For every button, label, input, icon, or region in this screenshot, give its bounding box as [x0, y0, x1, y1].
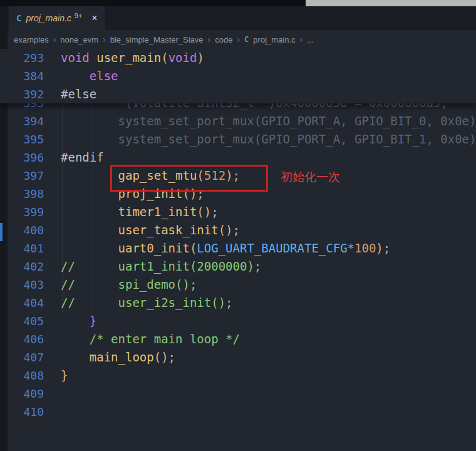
code-text: system_set_port_mux(GPIO_PORT_A, GPIO_BI…: [61, 112, 476, 130]
code-line[interactable]: 396#endif: [0, 148, 476, 167]
line-number[interactable]: 405: [0, 312, 44, 330]
code-text: #else: [61, 85, 96, 103]
code-line[interactable]: 400 user_task_init();: [0, 221, 476, 239]
code-line[interactable]: 402// uart1_init(2000000);: [0, 257, 476, 276]
breadcrumb-item[interactable]: proj_main.c: [253, 35, 295, 44]
tab-problems-badge: 9+: [75, 12, 83, 19]
code-text: timer1_init();: [61, 203, 219, 221]
indent-guide: [62, 103, 63, 312]
line-number[interactable]: 398: [0, 185, 44, 203]
code-text: }: [61, 366, 68, 385]
line-number[interactable]: 293: [0, 49, 44, 67]
code-text: // user_i2s_init();: [61, 294, 233, 312]
code-line[interactable]: 401 uart0_init(LOG_UART_BAUDRATE_CFG*100…: [0, 239, 476, 257]
line-number[interactable]: 384: [0, 67, 44, 85]
line-number[interactable]: 410: [0, 403, 44, 421]
breadcrumb-item[interactable]: ble_simple_Master_Slave: [110, 35, 204, 44]
line-number[interactable]: 409: [0, 385, 44, 403]
line-number[interactable]: 403: [0, 276, 44, 294]
code-text: uart0_init(LOG_UART_BAUDRATE_CFG*100);: [61, 239, 390, 257]
code-line[interactable]: 409: [0, 385, 476, 403]
breadcrumb-item[interactable]: code: [215, 35, 232, 44]
code-lines: 393 *(volatile uint32_t *)0x40000050 = 0…: [0, 94, 476, 421]
code-text: }: [61, 312, 96, 330]
breadcrumb-item[interactable]: examples: [14, 35, 49, 44]
chevron-right-icon: ›: [237, 34, 240, 44]
code-text: else: [61, 67, 118, 85]
code-line[interactable]: 408}: [0, 366, 476, 385]
chevron-right-icon: ›: [208, 34, 211, 44]
code-line[interactable]: 407 main_loop();: [0, 348, 476, 366]
line-number[interactable]: 399: [0, 203, 44, 221]
code-text: user_task_init();: [61, 221, 240, 239]
line-number[interactable]: 397: [0, 167, 44, 185]
code-line[interactable]: 293void user_main(void): [0, 49, 476, 67]
breadcrumbs: examples›none_evm›ble_simple_Master_Slav…: [0, 30, 476, 49]
breadcrumb-item[interactable]: none_evm: [60, 35, 98, 44]
c-file-icon: C: [244, 35, 249, 44]
code-line[interactable]: 403// spi_demo();: [0, 276, 476, 294]
c-file-icon: C: [16, 13, 21, 23]
line-number[interactable]: 395: [0, 130, 44, 148]
code-line[interactable]: 405 }: [0, 312, 476, 330]
line-number[interactable]: 392: [0, 85, 44, 103]
code-text: main_loop();: [61, 348, 175, 366]
code-line[interactable]: 394 system_set_port_mux(GPIO_PORT_A, GPI…: [0, 112, 476, 130]
code-line[interactable]: 406 /* enter main loop */: [0, 330, 476, 348]
tab-bar: C proj_main.c 9+ ×: [0, 6, 476, 30]
chevron-right-icon: ›: [103, 34, 106, 44]
tab-title: proj_main.c: [26, 13, 71, 23]
indent-guide: [91, 103, 91, 312]
code-line[interactable]: 399 timer1_init();: [0, 203, 476, 221]
breadcrumb-item[interactable]: ...: [307, 35, 314, 44]
editor[interactable]: 393 *(volatile uint32_t *)0x40000050 = 0…: [0, 49, 476, 451]
chevron-right-icon: ›: [53, 34, 56, 44]
line-number[interactable]: 394: [0, 112, 44, 130]
line-number[interactable]: 401: [0, 239, 44, 257]
code-line[interactable]: 392#else: [0, 85, 476, 103]
code-line[interactable]: 384 else: [0, 67, 476, 85]
window-top-strip: [0, 0, 476, 6]
annotation-label: 初始化一次: [281, 168, 340, 186]
code-text: /* enter main loop */: [61, 330, 240, 348]
line-number[interactable]: 406: [0, 330, 44, 348]
annotation-box: [110, 165, 268, 192]
line-number[interactable]: 408: [0, 366, 44, 385]
code-text: // spi_demo();: [61, 276, 197, 294]
line-number[interactable]: 396: [0, 148, 44, 167]
code-line[interactable]: 410: [0, 403, 476, 421]
close-icon[interactable]: ×: [91, 13, 97, 24]
line-number[interactable]: 400: [0, 221, 44, 239]
external-window-fragment: [306, 0, 476, 6]
line-number[interactable]: 404: [0, 294, 44, 312]
code-line[interactable]: 404// user_i2s_init();: [0, 294, 476, 312]
line-number[interactable]: 402: [0, 257, 44, 276]
code-text: #endif: [61, 148, 104, 167]
sticky-scroll: 293void user_main(void)384 else392#else: [0, 49, 476, 103]
tab-proj-main[interactable]: C proj_main.c 9+ ×: [9, 6, 105, 30]
code-line[interactable]: 395 system_set_port_mux(GPIO_PORT_A, GPI…: [0, 130, 476, 148]
code-text: system_set_port_mux(GPIO_PORT_A, GPIO_BI…: [61, 130, 476, 148]
line-number[interactable]: 407: [0, 348, 44, 366]
chevron-right-icon: ›: [300, 34, 303, 44]
code-text: void user_main(void): [61, 49, 204, 67]
gutter-marker: [0, 223, 3, 241]
